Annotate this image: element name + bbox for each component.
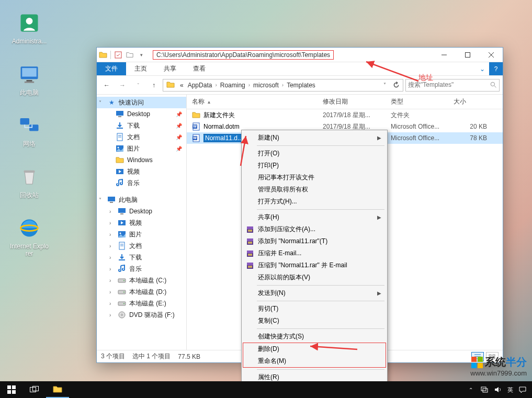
chevron-right-icon[interactable]: › bbox=[247, 82, 251, 88]
address-bar[interactable]: « AppData› Roaming› microsoft› Templates… bbox=[163, 79, 403, 92]
tray-volume-icon[interactable] bbox=[494, 385, 502, 394]
tab-view[interactable]: 查看 bbox=[185, 62, 214, 75]
nav-item[interactable]: Desktop📌 bbox=[97, 108, 186, 120]
forward-button[interactable]: → bbox=[116, 78, 129, 92]
back-button[interactable]: ← bbox=[100, 78, 114, 92]
menu-item[interactable]: 新建(N)▶ bbox=[243, 132, 386, 144]
tray-chevron-up-icon[interactable]: ⌃ bbox=[467, 385, 475, 394]
nav-item[interactable]: ›音乐 bbox=[97, 263, 186, 275]
menu-item[interactable]: 重命名(M) bbox=[243, 355, 386, 367]
svg-rect-8 bbox=[24, 170, 35, 173]
file-row[interactable]: 新建文件夹2017/9/18 星期...文件夹 bbox=[187, 109, 503, 121]
svg-line-17 bbox=[494, 86, 496, 87]
nav-item[interactable]: ›本地磁盘 (D:) bbox=[97, 286, 186, 298]
tray-ime-indicator[interactable]: 英 bbox=[507, 385, 513, 394]
menu-item[interactable]: 压缩到 "Normal11.rar" 并 E-mail bbox=[243, 259, 386, 271]
menu-item[interactable]: 打印(P) bbox=[243, 160, 386, 172]
menu-item[interactable]: 管理员取得所有权 bbox=[243, 184, 386, 196]
menu-item-label: 打开方式(H)... bbox=[258, 197, 297, 206]
svg-rect-69 bbox=[247, 263, 253, 265]
maximize-button[interactable] bbox=[456, 48, 479, 62]
crumb-lead[interactable]: « bbox=[178, 82, 186, 89]
menu-item[interactable]: 剪切(T) bbox=[243, 303, 386, 315]
task-explorer[interactable] bbox=[46, 381, 69, 398]
column-name[interactable]: 名称▴ bbox=[187, 97, 318, 106]
menu-item[interactable]: 发送到(N)▶ bbox=[243, 287, 386, 299]
nav-item[interactable]: 文档📌 bbox=[97, 131, 186, 143]
refresh-button[interactable] bbox=[390, 79, 402, 91]
tray-network-icon[interactable] bbox=[480, 385, 489, 394]
svg-rect-4 bbox=[27, 80, 32, 82]
column-date[interactable]: 修改日期 bbox=[318, 97, 386, 106]
nav-item[interactable]: ›下载 bbox=[97, 252, 186, 263]
crumb-item[interactable]: Templates bbox=[285, 82, 318, 89]
watermark-url: www.win7999.com bbox=[470, 369, 527, 377]
nav-item[interactable]: ›Desktop bbox=[97, 206, 186, 217]
task-view-button[interactable] bbox=[23, 381, 46, 398]
menu-item[interactable]: 共享(H)▶ bbox=[243, 211, 386, 223]
menu-item[interactable]: 创建快捷方式(S) bbox=[243, 331, 386, 343]
nav-item[interactable]: 图片📌 bbox=[97, 143, 186, 154]
help-button[interactable]: ? bbox=[489, 62, 503, 75]
desktop-icon-pc[interactable]: 此电脑 bbox=[9, 62, 49, 96]
svg-rect-64 bbox=[248, 242, 252, 244]
start-button[interactable] bbox=[0, 381, 23, 398]
menu-item[interactable]: 添加到 "Normal11.rar"(T) bbox=[243, 235, 386, 247]
nav-item[interactable]: ›本地磁盘 (E:) bbox=[97, 298, 186, 309]
new-folder-icon[interactable] bbox=[126, 51, 134, 59]
chevron-right-icon[interactable]: › bbox=[214, 82, 218, 88]
properties-icon[interactable] bbox=[114, 51, 122, 59]
desktop-icon-network[interactable]: 网络 bbox=[9, 113, 49, 147]
nav-item[interactable]: 下载📌 bbox=[97, 120, 186, 131]
status-selected: 选中 1 个项目 bbox=[132, 352, 171, 361]
column-size[interactable]: 大小 bbox=[448, 97, 503, 106]
nav-item[interactable]: ›视频 bbox=[97, 217, 186, 229]
chevron-right-icon[interactable]: › bbox=[281, 82, 285, 88]
chevron-right-icon: › bbox=[109, 301, 115, 306]
desktop-icon-ie[interactable]: Internet Explorer bbox=[9, 215, 49, 257]
picture-icon bbox=[118, 230, 126, 238]
nav-item[interactable]: 视频 bbox=[97, 166, 186, 177]
menu-item[interactable]: 删除(D) bbox=[243, 343, 386, 355]
navigation-bar: ← → ˅ ↑ « AppData› Roaming› microsoft› T… bbox=[97, 76, 503, 95]
qat-dropdown-icon[interactable]: ▾ bbox=[137, 51, 145, 59]
nav-item[interactable]: ›本地磁盘 (C:) bbox=[97, 275, 186, 286]
menu-item[interactable]: 打开(O) bbox=[243, 147, 386, 160]
menu-item[interactable]: 用记事本打开该文件 bbox=[243, 172, 386, 184]
nav-label: 视频 bbox=[127, 167, 140, 176]
crumb-item[interactable]: AppData bbox=[186, 82, 214, 89]
desktop-icon-recycle[interactable]: 回收站 bbox=[9, 164, 49, 199]
search-input[interactable]: 搜索"Templates" bbox=[405, 79, 500, 92]
nav-item[interactable]: ›DVD 驱动器 (F:) bbox=[97, 309, 186, 321]
highlighted-group: 删除(D)重命名(M) bbox=[243, 343, 386, 368]
tab-file[interactable]: 文件 bbox=[97, 62, 126, 75]
svg-rect-20 bbox=[117, 128, 123, 129]
tab-share[interactable]: 共享 bbox=[155, 62, 185, 75]
nav-item[interactable]: 音乐 bbox=[97, 177, 186, 189]
nav-item[interactable]: ›文档 bbox=[97, 240, 186, 252]
nav-quick-access[interactable]: ˅ ★ 快速访问 bbox=[97, 97, 186, 108]
nav-item[interactable]: Windows bbox=[97, 154, 186, 166]
svg-point-25 bbox=[118, 147, 119, 149]
ribbon-collapse-button[interactable]: ⌄ bbox=[476, 62, 489, 75]
menu-item[interactable]: 添加到压缩文件(A)... bbox=[243, 223, 386, 235]
menu-item[interactable]: 打开方式(H)... bbox=[243, 196, 386, 208]
column-type[interactable]: 类型 bbox=[386, 97, 448, 106]
menu-item[interactable]: 压缩并 E-mail... bbox=[243, 247, 386, 259]
tray-action-center-icon[interactable] bbox=[518, 385, 527, 394]
menu-item[interactable]: 复制(C) bbox=[243, 315, 386, 327]
tab-home[interactable]: 主页 bbox=[126, 62, 155, 75]
nav-this-pc[interactable]: ˅ 此电脑 bbox=[97, 194, 186, 206]
title-bar: ▾ C:\Users\Administrator\AppData\Roaming… bbox=[97, 48, 503, 62]
crumb-item[interactable]: Roaming bbox=[218, 82, 247, 89]
address-dropdown[interactable]: ˅ bbox=[379, 79, 390, 91]
desktop-icon-user[interactable]: Administra... bbox=[9, 10, 49, 45]
menu-separator bbox=[257, 285, 384, 286]
minimize-button[interactable] bbox=[432, 48, 456, 62]
crumb-item[interactable]: microsoft bbox=[251, 82, 281, 89]
nav-item[interactable]: ›图片 bbox=[97, 229, 186, 240]
recent-dropdown[interactable]: ˅ bbox=[131, 78, 145, 92]
up-button[interactable]: ↑ bbox=[147, 78, 161, 92]
menu-item[interactable]: 还原以前的版本(V) bbox=[243, 271, 386, 283]
close-button[interactable] bbox=[479, 48, 503, 62]
